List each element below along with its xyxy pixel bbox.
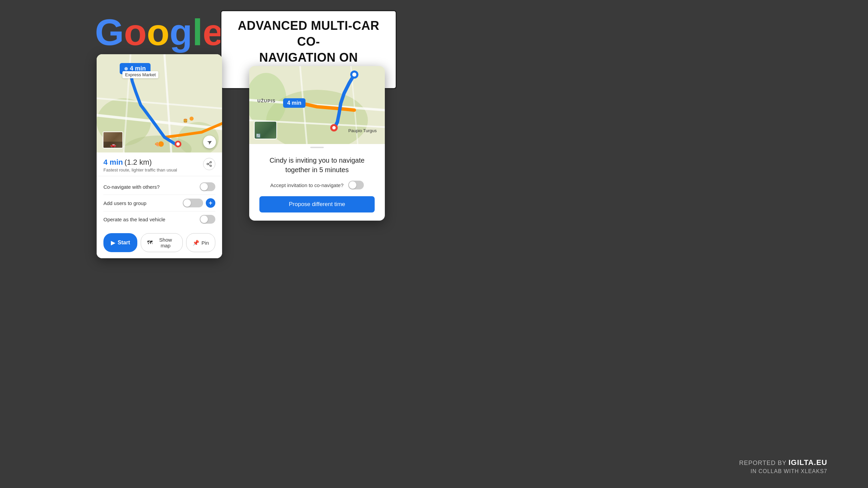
left-phone-card: 🍕 🍔 4 min Express Market 🚗 ➤: [97, 54, 222, 258]
right-card-info: Cindy is inviting you to navigate togeth…: [249, 149, 385, 221]
svg-text:🍕: 🍕: [154, 142, 159, 147]
logo-letter-l: l: [192, 14, 203, 51]
accept-label: Accept invitation to co-navigate?: [270, 182, 343, 188]
route-description: Fastest route, lighter traffic than usua…: [103, 167, 177, 172]
svg-point-13: [190, 117, 194, 121]
route-photo-thumbnail[interactable]: 🚗: [103, 131, 123, 148]
logo-letter-g: G: [95, 14, 124, 51]
add-users-controls: +: [183, 198, 215, 208]
lead-vehicle-toggle-row: Operate as the lead vehicle: [103, 211, 215, 227]
add-users-pill-toggle[interactable]: [183, 199, 203, 207]
add-users-label: Add users to group: [103, 200, 146, 206]
route-time: 4 min: [103, 158, 123, 166]
footer-collab: IN COLLAB WITH XLEAKS7: [739, 468, 827, 474]
compass-button[interactable]: ➤: [203, 136, 216, 148]
google-logo: G o o g l e: [95, 14, 223, 51]
add-users-row: Add users to group +: [103, 195, 215, 211]
toggle-section: Co-navigate with others? Add users to gr…: [97, 176, 222, 228]
conavigate-label: Co-navigate with others?: [103, 184, 160, 190]
pin-button[interactable]: 📌 Pin: [186, 233, 215, 252]
svg-point-29: [352, 73, 356, 77]
express-market-label: Express Market: [122, 71, 158, 78]
svg-point-11: [176, 142, 180, 146]
left-map-area[interactable]: 🍕 🍔 4 min Express Market 🚗 ➤: [97, 54, 222, 152]
right-phone-card: 4 min UŽUPIS Paupio Turgus 🔄 Cindy is in…: [249, 66, 385, 221]
lead-vehicle-label: Operate as the lead vehicle: [103, 217, 165, 222]
show-map-button[interactable]: 🗺 Show map: [141, 233, 183, 252]
svg-point-32: [332, 126, 336, 129]
time-badge-right: 4 min: [283, 98, 305, 108]
route-info-section: 4 min (1.2 km) Fastest route, lighter tr…: [97, 152, 222, 176]
logo-letter-o2: o: [147, 14, 170, 51]
logo-letter-o1: o: [124, 14, 147, 51]
share-button[interactable]: [203, 158, 215, 170]
footer: REPORTED BY IGILTA.EU IN COLLAB WITH XLE…: [739, 458, 827, 474]
drag-handle: [249, 144, 385, 149]
propose-different-time-button[interactable]: Propose different time: [259, 196, 375, 212]
svg-line-20: [208, 163, 210, 164]
lead-vehicle-toggle[interactable]: [200, 215, 215, 224]
accept-toggle[interactable]: [348, 181, 364, 189]
start-icon: ▶: [111, 240, 115, 246]
accept-invitation-row: Accept invitation to co-navigate?: [259, 181, 375, 189]
start-button[interactable]: ▶ Start: [103, 233, 137, 252]
route-distance: (1.2 km): [124, 158, 152, 166]
uzupis-label: UŽUPIS: [257, 98, 276, 103]
svg-text:🍔: 🍔: [183, 118, 188, 123]
svg-line-19: [208, 164, 210, 165]
footer-reported-by: REPORTED BY IGILTA.EU: [739, 458, 827, 467]
pin-icon: 📌: [193, 240, 199, 246]
conavigate-toggle[interactable]: [200, 182, 215, 191]
right-route-photo-thumbnail[interactable]: 🔄: [254, 121, 277, 139]
right-map-area[interactable]: 4 min UŽUPIS Paupio Turgus 🔄: [249, 66, 385, 144]
logo-letter-g2: g: [170, 14, 192, 51]
paupio-turgus-label: Paupio Turgus: [348, 128, 377, 133]
invite-text: Cindy is inviting you to navigate togeth…: [259, 156, 375, 175]
map-icon: 🗺: [147, 240, 153, 246]
card-buttons: ▶ Start 🗺 Show map 📌 Pin: [97, 228, 222, 258]
conavigate-toggle-row: Co-navigate with others?: [103, 179, 215, 195]
add-users-plus-button[interactable]: +: [206, 198, 215, 208]
